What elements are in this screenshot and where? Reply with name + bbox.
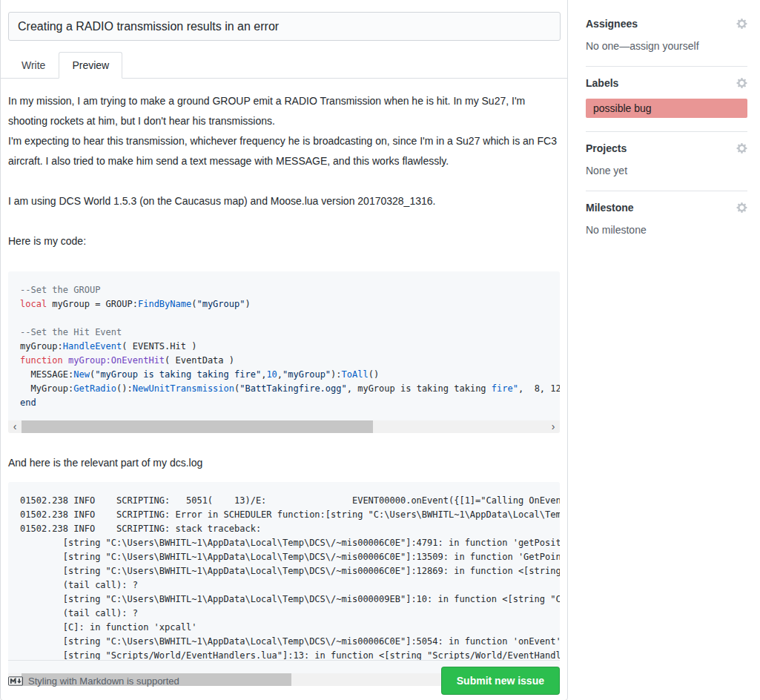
scroll-left-icon[interactable]: ‹: [8, 420, 22, 433]
issue-body-paragraph: And here is the relevant part of my dcs.…: [8, 453, 560, 473]
milestone-empty-text: No milestone: [586, 224, 647, 236]
milestone-title: Milestone: [586, 202, 634, 214]
tab-preview[interactable]: Preview: [59, 52, 122, 79]
lua-code-block: --Set the GROUPlocal myGroup = GROUP:Fin…: [8, 271, 560, 433]
sidebar-section-projects: Projects None yet: [586, 132, 747, 191]
code-block-content: --Set the GROUPlocal myGroup = GROUP:Fin…: [8, 271, 560, 416]
preview-pane: In my mission, I am trying to make a gro…: [1, 79, 567, 686]
assignees-title: Assignees: [586, 18, 638, 30]
gear-icon[interactable]: [736, 202, 747, 214]
markdown-note[interactable]: Styling with Markdown is supported: [8, 676, 179, 687]
issue-body-text: In my mission, I am trying to make a gro…: [8, 95, 525, 127]
form-footer: Styling with Markdown is supported Submi…: [8, 660, 560, 695]
markdown-icon: [8, 676, 23, 686]
issue-title-input[interactable]: [8, 12, 561, 41]
markdown-note-text: Styling with Markdown is supported: [28, 676, 179, 687]
gear-icon[interactable]: [736, 142, 747, 154]
issue-body-paragraph: In my mission, I am trying to make a gro…: [8, 91, 560, 171]
gear-icon[interactable]: [736, 77, 747, 89]
projects-empty-text: None yet: [586, 165, 627, 176]
new-issue-form: Write Preview In my mission, I am trying…: [0, 0, 568, 700]
issue-body-text: I'm expecting to hear this transmission,…: [8, 135, 557, 167]
label-possible-bug[interactable]: possible bug: [586, 99, 747, 118]
log-block-content: 01502.238 INFO SCRIPTING: 5051( 13)/E: E…: [8, 482, 560, 669]
issue-sidebar: Assignees No one—assign yourself Labels …: [586, 7, 747, 250]
tab-write[interactable]: Write: [8, 52, 59, 79]
issue-body-paragraph: Here is my code:: [8, 231, 560, 251]
code-horizontal-scrollbar[interactable]: ‹ ›: [8, 420, 560, 433]
dcs-log-block: 01502.238 INFO SCRIPTING: 5051( 13)/E: E…: [8, 482, 560, 686]
sidebar-section-assignees: Assignees No one—assign yourself: [586, 7, 747, 67]
labels-title: Labels: [586, 77, 618, 89]
comment-tabnav: Write Preview: [1, 52, 567, 79]
issue-body-paragraph: I am using DCS World 1.5.3 (on the Cauca…: [8, 191, 560, 211]
projects-title: Projects: [586, 142, 627, 154]
gear-icon[interactable]: [736, 18, 747, 30]
sidebar-section-milestone: Milestone No milestone: [586, 191, 747, 250]
assignees-empty-text[interactable]: No one—assign yourself: [586, 40, 699, 52]
scroll-right-icon[interactable]: ›: [546, 420, 560, 433]
submit-new-issue-button[interactable]: Submit new issue: [441, 667, 560, 695]
scrollbar-thumb[interactable]: [22, 420, 373, 433]
sidebar-section-labels: Labels possible bug: [586, 67, 747, 132]
